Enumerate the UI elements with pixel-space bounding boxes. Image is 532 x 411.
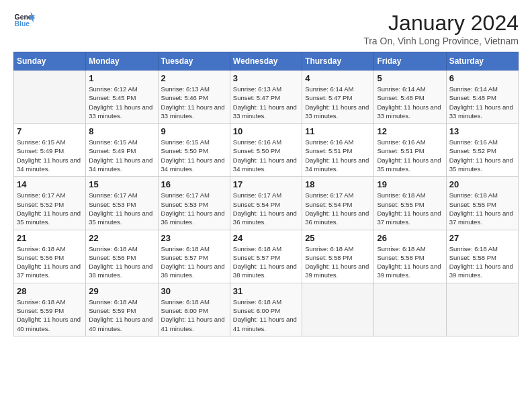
- day-number: 10: [233, 126, 299, 136]
- calendar-row: 14Sunrise: 6:17 AMSunset: 5:52 PMDayligh…: [14, 177, 519, 230]
- title-block: January 2024 Tra On, Vinh Long Province,…: [363, 11, 519, 46]
- calendar-cell: 24Sunrise: 6:18 AMSunset: 5:57 PMDayligh…: [230, 230, 302, 283]
- day-info: Sunrise: 6:17 AMSunset: 5:52 PMDaylight:…: [17, 191, 83, 226]
- calendar-cell: [374, 283, 446, 336]
- calendar-row: 21Sunrise: 6:18 AMSunset: 5:56 PMDayligh…: [14, 230, 519, 283]
- logo-icon: General Blue: [13, 11, 35, 30]
- calendar-cell: 7Sunrise: 6:15 AMSunset: 5:49 PMDaylight…: [14, 124, 86, 177]
- day-info: Sunrise: 6:18 AMSunset: 6:00 PMDaylight:…: [233, 298, 299, 333]
- day-number: 1: [89, 73, 154, 83]
- day-number: 25: [305, 233, 371, 243]
- dow-header: Thursday: [302, 52, 374, 71]
- day-info: Sunrise: 6:18 AMSunset: 5:59 PMDaylight:…: [89, 298, 154, 333]
- day-info: Sunrise: 6:15 AMSunset: 5:49 PMDaylight:…: [17, 138, 83, 173]
- day-number: 23: [161, 233, 227, 243]
- day-info: Sunrise: 6:18 AMSunset: 5:55 PMDaylight:…: [449, 191, 515, 226]
- calendar-cell: 21Sunrise: 6:18 AMSunset: 5:56 PMDayligh…: [14, 230, 86, 283]
- calendar-cell: 17Sunrise: 6:17 AMSunset: 5:54 PMDayligh…: [230, 177, 302, 230]
- calendar-cell: 20Sunrise: 6:18 AMSunset: 5:55 PMDayligh…: [446, 177, 518, 230]
- calendar-cell: 14Sunrise: 6:17 AMSunset: 5:52 PMDayligh…: [14, 177, 86, 230]
- day-info: Sunrise: 6:18 AMSunset: 5:58 PMDaylight:…: [377, 244, 443, 280]
- day-info: Sunrise: 6:18 AMSunset: 5:56 PMDaylight:…: [17, 244, 83, 280]
- day-number: 26: [377, 233, 443, 243]
- day-info: Sunrise: 6:17 AMSunset: 5:53 PMDaylight:…: [161, 191, 227, 226]
- calendar-cell: 13Sunrise: 6:16 AMSunset: 5:52 PMDayligh…: [446, 124, 518, 177]
- day-info: Sunrise: 6:14 AMSunset: 5:47 PMDaylight:…: [305, 85, 371, 120]
- logo: General Blue: [13, 11, 35, 30]
- day-info: Sunrise: 6:18 AMSunset: 5:58 PMDaylight:…: [449, 244, 515, 280]
- calendar-cell: [302, 283, 374, 336]
- calendar-row: 1Sunrise: 6:12 AMSunset: 5:45 PMDaylight…: [14, 71, 519, 124]
- calendar-cell: [14, 71, 86, 124]
- day-info: Sunrise: 6:14 AMSunset: 5:48 PMDaylight:…: [449, 85, 515, 120]
- calendar-cell: 6Sunrise: 6:14 AMSunset: 5:48 PMDaylight…: [446, 71, 518, 124]
- day-number: 7: [17, 126, 83, 136]
- calendar-cell: 31Sunrise: 6:18 AMSunset: 6:00 PMDayligh…: [230, 283, 302, 336]
- calendar-cell: 11Sunrise: 6:16 AMSunset: 5:51 PMDayligh…: [302, 124, 374, 177]
- calendar-cell: 29Sunrise: 6:18 AMSunset: 5:59 PMDayligh…: [86, 283, 158, 336]
- day-info: Sunrise: 6:12 AMSunset: 5:45 PMDaylight:…: [89, 85, 154, 120]
- day-number: 30: [161, 286, 227, 296]
- calendar-cell: [446, 283, 518, 336]
- calendar-row: 7Sunrise: 6:15 AMSunset: 5:49 PMDaylight…: [14, 124, 519, 177]
- day-number: 14: [17, 179, 83, 189]
- calendar-cell: 19Sunrise: 6:18 AMSunset: 5:55 PMDayligh…: [374, 177, 446, 230]
- day-info: Sunrise: 6:18 AMSunset: 5:56 PMDaylight:…: [89, 244, 154, 280]
- dow-header: Friday: [374, 52, 446, 71]
- day-number: 22: [89, 233, 154, 243]
- day-info: Sunrise: 6:17 AMSunset: 5:54 PMDaylight:…: [305, 191, 371, 226]
- location: Tra On, Vinh Long Province, Vietnam: [363, 36, 519, 46]
- day-info: Sunrise: 6:17 AMSunset: 5:53 PMDaylight:…: [89, 191, 154, 226]
- day-info: Sunrise: 6:18 AMSunset: 5:58 PMDaylight:…: [305, 244, 371, 280]
- calendar-cell: 5Sunrise: 6:14 AMSunset: 5:48 PMDaylight…: [374, 71, 446, 124]
- day-number: 21: [17, 233, 83, 243]
- day-info: Sunrise: 6:13 AMSunset: 5:46 PMDaylight:…: [161, 85, 227, 120]
- day-number: 31: [233, 286, 299, 296]
- day-number: 6: [449, 73, 515, 83]
- day-info: Sunrise: 6:16 AMSunset: 5:51 PMDaylight:…: [305, 138, 371, 173]
- day-info: Sunrise: 6:16 AMSunset: 5:52 PMDaylight:…: [449, 138, 515, 173]
- day-number: 27: [449, 233, 515, 243]
- day-number: 24: [233, 233, 299, 243]
- day-info: Sunrise: 6:15 AMSunset: 5:49 PMDaylight:…: [89, 138, 154, 173]
- day-info: Sunrise: 6:18 AMSunset: 5:59 PMDaylight:…: [17, 298, 83, 333]
- dow-header: Tuesday: [158, 52, 230, 71]
- day-number: 15: [89, 179, 154, 189]
- calendar-row: 28Sunrise: 6:18 AMSunset: 5:59 PMDayligh…: [14, 283, 519, 336]
- calendar-cell: 22Sunrise: 6:18 AMSunset: 5:56 PMDayligh…: [86, 230, 158, 283]
- dow-header: Wednesday: [230, 52, 302, 71]
- day-number: 20: [449, 179, 515, 189]
- month-title: January 2024: [363, 11, 519, 36]
- dow-header: Sunday: [14, 52, 86, 71]
- day-info: Sunrise: 6:16 AMSunset: 5:50 PMDaylight:…: [233, 138, 299, 173]
- calendar-cell: 3Sunrise: 6:13 AMSunset: 5:47 PMDaylight…: [230, 71, 302, 124]
- day-info: Sunrise: 6:14 AMSunset: 5:48 PMDaylight:…: [377, 85, 443, 120]
- day-info: Sunrise: 6:18 AMSunset: 5:57 PMDaylight:…: [233, 244, 299, 280]
- svg-text:Blue: Blue: [15, 20, 30, 28]
- day-number: 4: [305, 73, 371, 83]
- day-number: 18: [305, 179, 371, 189]
- day-info: Sunrise: 6:18 AMSunset: 5:55 PMDaylight:…: [377, 191, 443, 226]
- day-info: Sunrise: 6:18 AMSunset: 6:00 PMDaylight:…: [161, 298, 227, 333]
- calendar-cell: 12Sunrise: 6:16 AMSunset: 5:51 PMDayligh…: [374, 124, 446, 177]
- day-info: Sunrise: 6:16 AMSunset: 5:51 PMDaylight:…: [377, 138, 443, 173]
- day-info: Sunrise: 6:13 AMSunset: 5:47 PMDaylight:…: [233, 85, 299, 120]
- calendar-cell: 16Sunrise: 6:17 AMSunset: 5:53 PMDayligh…: [158, 177, 230, 230]
- calendar-cell: 15Sunrise: 6:17 AMSunset: 5:53 PMDayligh…: [86, 177, 158, 230]
- day-number: 13: [449, 126, 515, 136]
- calendar-cell: 1Sunrise: 6:12 AMSunset: 5:45 PMDaylight…: [86, 71, 158, 124]
- calendar-cell: 30Sunrise: 6:18 AMSunset: 6:00 PMDayligh…: [158, 283, 230, 336]
- calendar-cell: 8Sunrise: 6:15 AMSunset: 5:49 PMDaylight…: [86, 124, 158, 177]
- day-number: 11: [305, 126, 371, 136]
- day-number: 19: [377, 179, 443, 189]
- day-number: 17: [233, 179, 299, 189]
- page-header: General Blue January 2024 Tra On, Vinh L…: [13, 11, 519, 46]
- day-number: 2: [161, 73, 227, 83]
- day-number: 5: [377, 73, 443, 83]
- day-info: Sunrise: 6:17 AMSunset: 5:54 PMDaylight:…: [233, 191, 299, 226]
- calendar-cell: 28Sunrise: 6:18 AMSunset: 5:59 PMDayligh…: [14, 283, 86, 336]
- calendar-cell: 23Sunrise: 6:18 AMSunset: 5:57 PMDayligh…: [158, 230, 230, 283]
- calendar-table: SundayMondayTuesdayWednesdayThursdayFrid…: [13, 52, 519, 336]
- calendar-cell: 18Sunrise: 6:17 AMSunset: 5:54 PMDayligh…: [302, 177, 374, 230]
- calendar-cell: 4Sunrise: 6:14 AMSunset: 5:47 PMDaylight…: [302, 71, 374, 124]
